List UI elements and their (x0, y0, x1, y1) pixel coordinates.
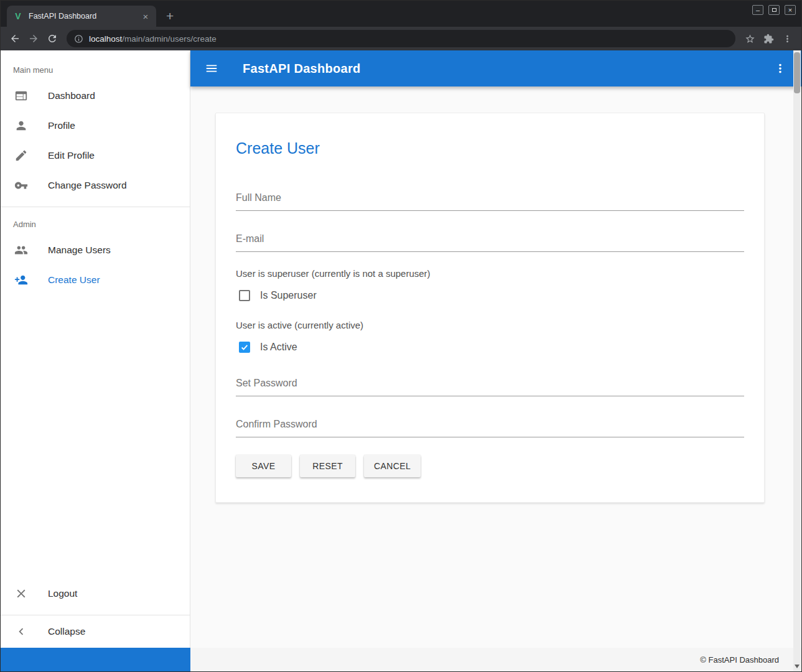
extension-icon (763, 34, 774, 44)
app-bar: FastAPI Dashboard (190, 50, 801, 86)
url-text: localhost/main/admin/users/create (89, 34, 217, 44)
key-icon (14, 179, 28, 192)
superuser-checkbox-row: Is Superuser (236, 290, 744, 301)
browser-toolbar: localhost/main/admin/users/create (1, 27, 801, 50)
vertical-scrollbar[interactable] (793, 50, 801, 671)
confirm-password-field-wrap (236, 413, 744, 437)
sidebar-item-label: Collapse (48, 626, 85, 637)
reset-button[interactable]: RESET (300, 455, 355, 477)
hamburger-menu-button[interactable] (199, 56, 224, 81)
checkmark-icon (240, 343, 249, 352)
is-active-checkbox[interactable] (239, 342, 250, 353)
sidebar-item-label: Edit Profile (48, 150, 95, 161)
sidebar-item-profile[interactable]: Profile (1, 111, 190, 141)
sidebar-item-change-password[interactable]: Change Password (1, 170, 190, 200)
email-input[interactable] (236, 227, 744, 252)
browser-titlebar: V FastAPI Dashboard × + – × (1, 1, 801, 27)
active-checkbox-row: Is Active (236, 342, 744, 353)
set-password-input[interactable] (236, 371, 744, 396)
sidebar-item-label: Change Password (48, 180, 127, 191)
bottom-bar: © FastAPI Dashboard (1, 648, 801, 671)
star-icon (745, 34, 755, 44)
copyright-text: © FastAPI Dashboard (700, 655, 779, 665)
address-bar[interactable]: localhost/main/admin/users/create (67, 30, 735, 47)
email-field-wrap (236, 227, 744, 252)
window-controls: – × (752, 5, 796, 15)
person-add-icon (14, 273, 28, 287)
hamburger-icon (205, 62, 218, 75)
sidebar-item-label: Create User (48, 274, 100, 286)
browser-tab[interactable]: V FastAPI Dashboard × (7, 6, 156, 27)
page-info-icon[interactable] (74, 34, 83, 44)
page-title: Create User (236, 139, 744, 157)
sidebar-item-label: Profile (48, 120, 75, 131)
maximize-button[interactable] (768, 5, 780, 15)
pencil-icon (14, 149, 28, 162)
full-name-field-wrap (236, 186, 744, 211)
forward-arrow-icon (28, 33, 39, 44)
minimize-button[interactable]: – (752, 5, 763, 15)
browser-window: V FastAPI Dashboard × + – × localhost/ma… (0, 0, 802, 672)
tab-title: FastAPI Dashboard (29, 12, 140, 21)
browser-menu-button[interactable] (778, 29, 796, 48)
sidebar-spacer (1, 295, 190, 579)
footer-accent (1, 648, 190, 671)
sidebar-item-manage-users[interactable]: Manage Users (1, 235, 190, 265)
sidebar-item-label: Manage Users (48, 245, 111, 256)
scrollbar-thumb[interactable] (794, 52, 800, 93)
sidebar-item-label: Dashboard (48, 90, 95, 101)
save-button[interactable]: SAVE (236, 455, 291, 477)
reload-icon (47, 33, 58, 44)
close-window-button[interactable]: × (785, 5, 796, 15)
full-name-input[interactable] (236, 186, 744, 211)
reload-button[interactable] (43, 29, 62, 48)
app-area: Main menu Dashboard Profile Edit Profile (1, 50, 801, 648)
is-active-label[interactable]: Is Active (260, 342, 297, 353)
kebab-menu-icon (782, 34, 793, 44)
cancel-button[interactable]: CANCEL (364, 455, 421, 477)
main-column: FastAPI Dashboard Create User User is su… (190, 50, 801, 648)
tab-favicon-icon: V (13, 11, 23, 21)
sidebar-item-dashboard[interactable]: Dashboard (1, 81, 190, 111)
forward-button[interactable] (24, 29, 43, 48)
is-superuser-label[interactable]: Is Superuser (260, 290, 317, 301)
sidebar: Main menu Dashboard Profile Edit Profile (1, 50, 190, 648)
url-host: localhost (89, 34, 122, 44)
sidebar-divider (1, 207, 190, 207)
sidebar-item-create-user[interactable]: Create User (1, 265, 190, 295)
bookmark-star-button[interactable] (740, 29, 759, 48)
dashboard-icon (14, 89, 28, 103)
people-icon (14, 243, 28, 257)
superuser-hint: User is superuser (currently is not a su… (236, 268, 744, 279)
page-content: Create User User is superuser (currently… (190, 86, 801, 648)
appbar-title: FastAPI Dashboard (243, 62, 361, 76)
appbar-menu-button[interactable] (768, 56, 793, 81)
sidebar-section-main-menu: Main menu (1, 50, 190, 81)
active-hint: User is active (currently active) (236, 320, 744, 330)
person-icon (14, 119, 28, 133)
url-path: /main/admin/users/create (122, 34, 217, 44)
tab-close-icon[interactable]: × (140, 11, 151, 22)
maximize-icon (772, 8, 776, 12)
chevron-left-icon (14, 625, 28, 638)
set-password-field-wrap (236, 371, 744, 396)
back-arrow-icon (9, 33, 21, 44)
extension-button[interactable] (759, 29, 778, 48)
sidebar-item-edit-profile[interactable]: Edit Profile (1, 141, 190, 170)
sidebar-section-admin: Admin (1, 213, 190, 235)
sidebar-item-collapse[interactable]: Collapse (1, 615, 190, 648)
close-icon (14, 587, 28, 600)
form-buttons: SAVE RESET CANCEL (236, 455, 744, 477)
sidebar-item-logout[interactable]: Logout (1, 579, 190, 609)
back-button[interactable] (6, 29, 24, 48)
kebab-menu-icon (773, 62, 787, 75)
is-superuser-checkbox[interactable] (239, 290, 250, 301)
create-user-card: Create User User is superuser (currently… (215, 113, 765, 503)
page-footer: © FastAPI Dashboard (190, 648, 801, 671)
new-tab-button[interactable]: + (166, 9, 174, 22)
scrollbar-down-arrow[interactable] (795, 665, 800, 668)
confirm-password-input[interactable] (236, 413, 744, 437)
sidebar-item-label: Logout (48, 588, 77, 599)
